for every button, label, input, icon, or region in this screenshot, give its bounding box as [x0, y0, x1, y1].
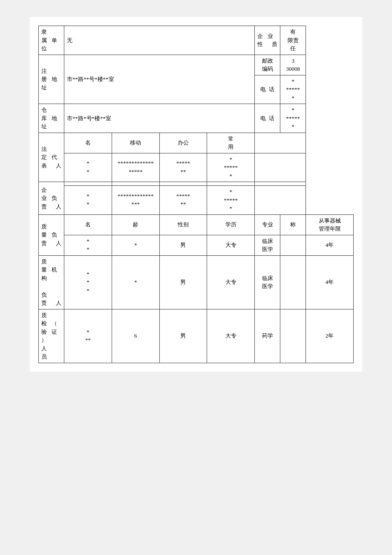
zl-major: 临床医学	[255, 235, 280, 255]
zj-age: 6	[112, 309, 159, 363]
fadai-name: **	[64, 153, 112, 182]
fadai-extra	[255, 153, 306, 182]
zl-title	[280, 235, 306, 255]
zl-years: 4年	[306, 235, 354, 255]
zl-age: *	[112, 235, 159, 255]
zj-gender: 男	[159, 309, 207, 363]
row-fadai-header: 法定代表人 名 移动 办公 常用	[39, 133, 354, 153]
zl-name: **	[64, 235, 112, 255]
label-lisu: 隶属单位	[39, 26, 64, 55]
col-gender-h: 性别	[159, 214, 207, 235]
qiye-common-label	[207, 182, 255, 186]
fadai-common: *******	[207, 153, 255, 182]
label-zhijian: 质检（验证）人员	[39, 309, 64, 363]
fadai-mobile: ******************	[112, 153, 159, 182]
qiye-office: *******	[159, 186, 207, 215]
col-common-fadai: 常用	[207, 133, 255, 153]
label-qiye: 企业性质	[255, 26, 280, 55]
row-zhuce: 注册地址 市**路**号*楼**室 邮政编码 330008	[39, 55, 354, 75]
label-zhuce: 注册地址	[39, 55, 64, 104]
label-youzheng: 邮政编码	[255, 55, 280, 75]
value-qiye: 有限责任	[280, 26, 306, 55]
row-cangku: 仓库地址 市**路*号*楼**室 电 话 *******	[39, 104, 354, 133]
label-zhiliang: 质量负责人	[39, 214, 64, 255]
qiye-mobile-label	[112, 182, 159, 186]
row-zhiliang-data: ** * 男 大专 临床医学 4年	[39, 235, 354, 255]
value-zhuce: 市**路**号*楼**室	[64, 55, 255, 104]
value-cangku: 市**路*号*楼**室	[64, 104, 255, 133]
row-qiye-data: ** **************** ******* *******	[39, 186, 354, 215]
label-cangku: 仓库地址	[39, 104, 64, 133]
zj-name: ***	[64, 309, 112, 363]
zl-gender: 男	[159, 235, 207, 255]
qiye-extra-label	[255, 182, 306, 186]
col-office-fadai: 办公	[159, 133, 207, 153]
label-dianhua1: 电 话	[255, 75, 280, 104]
value-lisu: 无	[64, 26, 255, 55]
zj-major: 药学	[255, 309, 280, 363]
fadai-office: *******	[159, 153, 207, 182]
value-dianhua2: *******	[280, 104, 306, 133]
col-extra-fadai	[255, 133, 306, 153]
qiye-common: *******	[207, 186, 255, 215]
col-name-fadai: 名	[64, 133, 112, 153]
qiye-name-label	[64, 182, 112, 186]
row-fadai-data: ** ****************** ******* *******	[39, 153, 354, 182]
row-qiye-header: 企业负责人	[39, 182, 354, 186]
label-fadai: 法定代表人	[39, 133, 64, 182]
row-zhiliang-header: 质量负责人 名 龄 性别 学历 专业 称 从事器械管理年限	[39, 214, 354, 235]
page-container: 隶属单位 无 企业性质 有限责任 注册地址 市**路**号*楼**室 邮政编码 …	[30, 17, 362, 372]
value-youzheng: 330008	[280, 55, 306, 75]
zj-title	[280, 309, 306, 363]
qiye-mobile: ****************	[112, 186, 159, 215]
label-jigou: 质量机构负责人	[39, 255, 64, 309]
jg-years: 4年	[306, 255, 354, 309]
zj-edu: 大专	[207, 309, 255, 363]
main-table: 隶属单位 无 企业性质 有限责任 注册地址 市**路**号*楼**室 邮政编码 …	[38, 26, 354, 363]
label-qiye-resp: 企业负责人	[39, 182, 64, 215]
jg-major: 临床医学	[255, 255, 280, 309]
label-dianhua2: 电 话	[255, 104, 280, 133]
zl-edu: 大专	[207, 235, 255, 255]
jg-age: *	[112, 255, 159, 309]
qiye-extra	[255, 186, 306, 215]
jg-edu: 大专	[207, 255, 255, 309]
col-age-h: 龄	[112, 214, 159, 235]
col-edu-h: 学历	[207, 214, 255, 235]
col-major-h: 专业	[255, 214, 280, 235]
col-name-h: 名	[64, 214, 112, 235]
col-years-h: 从事器械管理年限	[306, 214, 354, 235]
jg-name: ***	[64, 255, 112, 309]
zj-years: 2年	[306, 309, 354, 363]
qiye-office-label	[159, 182, 207, 186]
row-lisu: 隶属单位 无 企业性质 有限责任	[39, 26, 354, 55]
row-jigou-data: 质量机构负责人 *** * 男 大专 临床医学 4年	[39, 255, 354, 309]
col-mobile-fadai: 移动	[112, 133, 159, 153]
row-zhijian-data: 质检（验证）人员 *** 6 男 大专 药学 2年	[39, 309, 354, 363]
qiye-name: **	[64, 186, 112, 215]
jg-title	[280, 255, 306, 309]
col-title-h: 称	[280, 214, 306, 235]
value-dianhua1: *******	[280, 75, 306, 104]
jg-gender: 男	[159, 255, 207, 309]
